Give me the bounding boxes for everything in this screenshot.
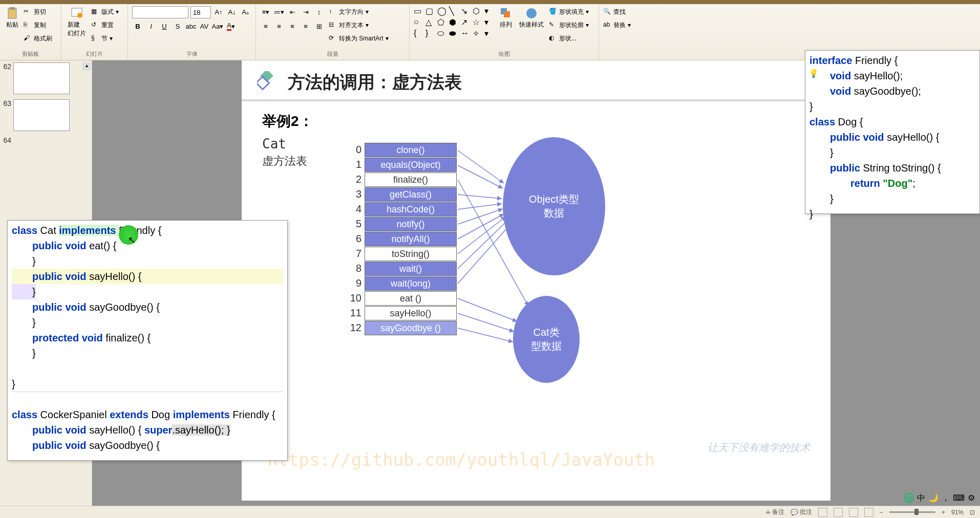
shape-icon[interactable]: ▾ bbox=[484, 6, 495, 16]
sorter-view-button[interactable] bbox=[834, 508, 843, 517]
moon-icon[interactable]: 🌙 bbox=[928, 493, 939, 504]
shape-icon[interactable]: ▾ bbox=[484, 29, 495, 38]
lightbulb-icon[interactable]: 💡 bbox=[808, 66, 819, 81]
shape-outline-button[interactable]: ✎形状轮廓 ▾ bbox=[549, 19, 589, 31]
font-family-combo[interactable] bbox=[132, 6, 188, 18]
kbd-icon[interactable]: ⌨ bbox=[953, 493, 965, 504]
clear-format-button[interactable]: Aₐ bbox=[240, 6, 251, 17]
fit-window-button[interactable]: ⊡ bbox=[970, 509, 975, 516]
justify-button[interactable]: ≡ bbox=[300, 20, 311, 32]
slideshow-view-button[interactable] bbox=[864, 508, 874, 517]
shape-icon[interactable]: ✧ bbox=[473, 29, 483, 38]
highlight-button[interactable]: AV bbox=[199, 20, 210, 32]
svg-line-13 bbox=[458, 209, 503, 224]
arrange-button[interactable]: 排列 bbox=[498, 6, 514, 30]
paste-label: 粘贴 bbox=[6, 20, 18, 29]
smartart-button[interactable]: ⟳转换为 SmartArt ▾ bbox=[329, 33, 389, 44]
shape-icon[interactable]: } bbox=[425, 29, 436, 38]
vtable-row: 11sayHello() bbox=[349, 306, 457, 320]
change-case-button[interactable]: Aa▾ bbox=[212, 20, 223, 32]
shape-icon[interactable]: ↘ bbox=[461, 6, 471, 16]
text-direction-button[interactable]: ↕文字方向 ▾ bbox=[329, 6, 389, 17]
decrease-font-button[interactable]: A↓ bbox=[226, 6, 238, 17]
slide-thumb-64[interactable]: 64 bbox=[2, 136, 90, 144]
ribbon-editing: 🔍查找 ab替换 ▾ bbox=[599, 4, 645, 60]
align-right-button[interactable]: ≡ bbox=[287, 20, 298, 32]
copy-button[interactable]: ⎘复制 bbox=[24, 19, 52, 31]
bold-button[interactable]: B bbox=[132, 20, 143, 32]
format-painter-button[interactable]: 🖌格式刷 bbox=[24, 33, 52, 44]
shape-icon[interactable]: ↔ bbox=[461, 29, 471, 38]
replace-button[interactable]: ab替换 ▾ bbox=[603, 19, 641, 31]
svg-line-11 bbox=[458, 195, 502, 199]
shape-icon[interactable]: { bbox=[414, 29, 424, 38]
slide-thumb-62[interactable]: 62 bbox=[2, 62, 90, 94]
shape-icon[interactable]: ☆ bbox=[473, 17, 483, 27]
zoom-out-button[interactable]: − bbox=[880, 509, 883, 516]
scroll-up-button[interactable]: ▴ bbox=[82, 62, 91, 71]
ime-zh-icon[interactable]: 中 bbox=[917, 493, 925, 504]
shapes-gallery[interactable]: ▭▢◯╲↘⬡▾ ○△⬠⬢↗☆▾ {}⬭⬬↔✧▾ bbox=[414, 6, 495, 38]
code-editor-right[interactable]: interface Friendly { 💡 void sayHello(); … bbox=[805, 50, 980, 214]
shape-icon[interactable]: △ bbox=[425, 17, 436, 27]
shape-icon[interactable]: ↗ bbox=[461, 17, 471, 27]
shape-fill-button[interactable]: 🪣形状填充 ▾ bbox=[549, 6, 589, 17]
shape-icon[interactable]: ◯ bbox=[437, 6, 448, 16]
comments-button[interactable]: 💬 批注 bbox=[791, 508, 812, 516]
quick-styles-button[interactable]: 快速样式 bbox=[517, 6, 546, 30]
shadow-button[interactable]: abc bbox=[185, 20, 197, 32]
svg-line-16 bbox=[458, 219, 509, 269]
settings-icon[interactable]: ⚙ bbox=[968, 493, 975, 504]
shape-icon[interactable]: ○ bbox=[414, 17, 424, 27]
shape-icon[interactable]: ⬭ bbox=[437, 29, 448, 38]
align-text-button[interactable]: ⊟对齐文本 ▾ bbox=[329, 19, 389, 31]
bolt-icon[interactable]: ， bbox=[942, 493, 950, 504]
font-color-button[interactable]: A▾ bbox=[225, 20, 237, 32]
bullet-button[interactable]: ≡▾ bbox=[260, 6, 271, 17]
zoom-in-button[interactable]: + bbox=[942, 509, 945, 516]
section-button[interactable]: §节 ▾ bbox=[91, 33, 119, 44]
find-button[interactable]: 🔍查找 bbox=[603, 6, 641, 17]
shape-icon[interactable]: ⬡ bbox=[473, 6, 483, 16]
paste-button[interactable]: 粘贴 bbox=[4, 6, 20, 30]
zoom-slider[interactable] bbox=[889, 511, 935, 513]
shape-icon[interactable]: ▾ bbox=[484, 17, 495, 27]
ribbon-drawing: ▭▢◯╲↘⬡▾ ○△⬠⬢↗☆▾ {}⬭⬬↔✧▾ 排列 快速样式 🪣形状填充 ▾ … bbox=[410, 4, 599, 60]
slide-thumb-63[interactable]: 63 bbox=[2, 99, 90, 131]
reading-view-button[interactable] bbox=[849, 508, 858, 517]
shape-icon[interactable]: ⬢ bbox=[449, 17, 459, 27]
layout-button[interactable]: ▦版式 ▾ bbox=[91, 6, 119, 17]
notes-button[interactable]: ≐ 备注 bbox=[765, 508, 784, 516]
underline-button[interactable]: U bbox=[159, 20, 170, 32]
object-type-ellipse: Object类型 数据 bbox=[503, 137, 605, 275]
align-center-button[interactable]: ≡ bbox=[273, 20, 285, 32]
strike-button[interactable]: S bbox=[172, 20, 183, 32]
shape-effects-button[interactable]: ◐形状... bbox=[549, 33, 589, 44]
ribbon-paragraph: ≡▾ ≔▾ ⇤ ⇥ ↕ ≡ ≡ ≡ ≡ ⊞ ↕文字方向 ▾ ⊟对齐文本 ▾ ⟳转… bbox=[256, 4, 410, 60]
numbering-button[interactable]: ≔▾ bbox=[273, 6, 285, 17]
code-editor-left[interactable]: class Cat implements Friendly { public v… bbox=[7, 220, 288, 461]
italic-button[interactable]: I bbox=[145, 20, 157, 32]
vtable-index: 9 bbox=[349, 277, 365, 289]
power-icon[interactable]: ⏻ bbox=[904, 493, 914, 503]
columns-button[interactable]: ⊞ bbox=[313, 20, 325, 32]
normal-view-button[interactable] bbox=[818, 508, 827, 517]
new-slide-button[interactable]: 新建 幻灯片 bbox=[66, 6, 88, 39]
shape-icon[interactable]: ▭ bbox=[414, 6, 424, 16]
shape-icon[interactable]: ╲ bbox=[449, 6, 459, 16]
increase-font-button[interactable]: A↑ bbox=[213, 6, 224, 17]
reset-button[interactable]: ↺重置 bbox=[91, 19, 119, 31]
align-icon: ⊟ bbox=[329, 21, 337, 29]
zoom-value[interactable]: 91% bbox=[951, 509, 964, 516]
line-spacing-button[interactable]: ↕ bbox=[313, 6, 325, 17]
align-left-button[interactable]: ≡ bbox=[260, 20, 271, 32]
font-size-combo[interactable] bbox=[190, 6, 211, 18]
slides-label: 幻灯片 bbox=[66, 50, 123, 58]
cut-button[interactable]: ✂剪切 bbox=[24, 6, 52, 17]
shape-icon[interactable]: ▢ bbox=[425, 6, 436, 16]
indent-inc-button[interactable]: ⇥ bbox=[300, 6, 311, 17]
shape-icon[interactable]: ⬬ bbox=[449, 29, 459, 38]
shape-icon[interactable]: ⬠ bbox=[437, 17, 448, 27]
vtable-index: 0 bbox=[349, 144, 365, 156]
indent-dec-button[interactable]: ⇤ bbox=[287, 6, 298, 17]
